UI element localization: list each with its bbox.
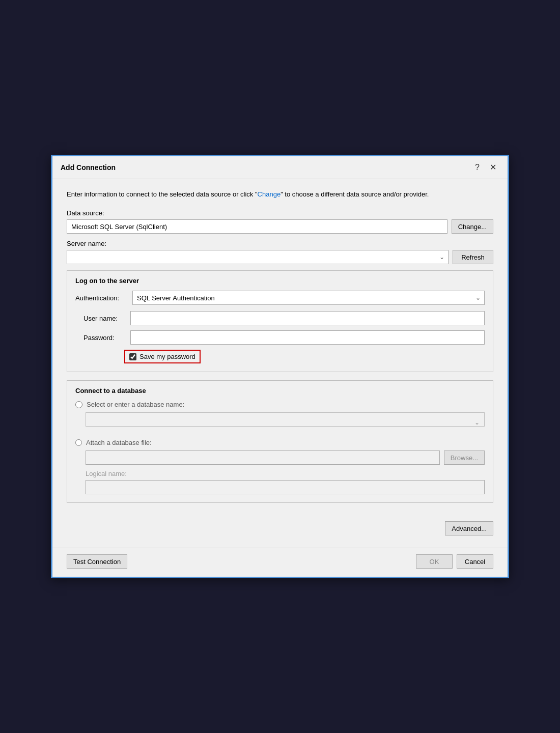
connect-db-section: Connect to a database Select or enter a … xyxy=(67,380,493,503)
auth-dropdown[interactable]: SQL Server Authentication Windows Authen… xyxy=(132,291,485,305)
save-password-row: Save my password xyxy=(75,350,485,363)
auth-row: Authentication: SQL Server Authenticatio… xyxy=(75,291,485,305)
save-password-highlight: Save my password xyxy=(124,350,201,363)
save-password-label[interactable]: Save my password xyxy=(139,353,195,360)
radio-select-db-row: Select or enter a database name: xyxy=(75,401,485,408)
title-bar: Add Connection ? ✕ xyxy=(52,156,508,179)
password-row: Password: xyxy=(75,330,485,345)
password-input[interactable] xyxy=(130,330,485,345)
attach-file-input xyxy=(86,450,440,465)
advanced-row: Advanced... xyxy=(67,519,493,535)
radio-attach-db-row: Attach a database file: xyxy=(75,439,485,446)
change-button[interactable]: Change... xyxy=(452,219,493,234)
add-connection-dialog: Add Connection ? ✕ Enter information to … xyxy=(51,155,509,579)
close-button[interactable]: ✕ xyxy=(487,162,499,173)
save-password-checkbox[interactable] xyxy=(129,353,136,360)
footer-right-buttons: OK Cancel xyxy=(416,554,493,569)
dialog-footer: Test Connection OK Cancel xyxy=(52,548,508,577)
server-name-dropdown[interactable] xyxy=(67,250,449,264)
change-link[interactable]: Change xyxy=(258,190,281,198)
description-text1: Enter information to connect to the sele… xyxy=(67,190,258,198)
radio-select-db-label[interactable]: Select or enter a database name: xyxy=(87,401,184,408)
server-name-row: ⌄ Refresh xyxy=(67,250,493,264)
logical-name-label: Logical name: xyxy=(86,470,485,477)
password-label: Password: xyxy=(83,334,124,342)
server-name-label: Server name: xyxy=(67,240,493,247)
logon-section-title: Log on to the server xyxy=(75,277,485,285)
radio-attach-db[interactable] xyxy=(75,439,82,446)
data-source-input[interactable] xyxy=(67,219,447,234)
db-dropdown-container: ⌄ xyxy=(75,412,485,433)
radio-attach-db-label[interactable]: Attach a database file: xyxy=(86,439,152,446)
username-row: User name: xyxy=(75,311,485,325)
logical-name-input xyxy=(86,480,485,494)
help-button[interactable]: ? xyxy=(472,162,483,173)
username-input[interactable] xyxy=(130,311,485,325)
server-name-section: Server name: ⌄ Refresh xyxy=(67,240,493,264)
data-source-label: Data source: xyxy=(67,209,493,217)
description-text2: " to choose a different data source and/… xyxy=(281,190,429,198)
dialog-content: Enter information to connect to the sele… xyxy=(52,179,508,520)
attach-file-row: Browse... xyxy=(75,450,485,465)
connect-db-title: Connect to a database xyxy=(75,387,485,394)
bottom-section: Advanced... xyxy=(52,519,508,548)
data-source-section: Data source: Change... xyxy=(67,209,493,234)
auth-dropdown-wrapper: SQL Server Authentication Windows Authen… xyxy=(132,291,485,305)
data-source-row: Change... xyxy=(67,219,493,234)
test-connection-button[interactable]: Test Connection xyxy=(67,554,127,569)
server-name-dropdown-wrapper: ⌄ xyxy=(67,250,449,264)
browse-button: Browse... xyxy=(444,450,485,465)
refresh-button[interactable]: Refresh xyxy=(453,250,493,264)
logon-section: Log on to the server Authentication: SQL… xyxy=(67,270,493,372)
dialog-title: Add Connection xyxy=(61,163,116,172)
radio-select-db[interactable] xyxy=(75,401,82,408)
logical-name-section: Logical name: xyxy=(75,470,485,494)
auth-label: Authentication: xyxy=(75,294,126,302)
ok-button: OK xyxy=(416,554,453,569)
description-text: Enter information to connect to the sele… xyxy=(67,189,493,200)
db-name-dropdown xyxy=(86,412,485,427)
title-bar-controls: ? ✕ xyxy=(472,162,499,173)
cancel-button[interactable]: Cancel xyxy=(457,554,493,569)
advanced-button[interactable]: Advanced... xyxy=(445,521,493,535)
username-label: User name: xyxy=(83,315,124,322)
